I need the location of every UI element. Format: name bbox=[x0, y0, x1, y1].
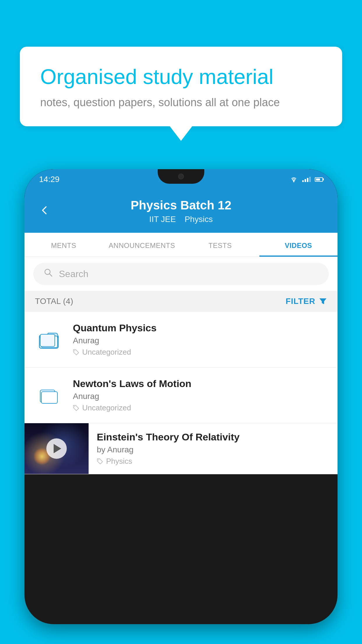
svg-point-6 bbox=[74, 350, 75, 351]
header-subtitle-row: IIT JEE Physics bbox=[50, 215, 312, 224]
app-header: Physics Batch 12 IIT JEE Physics bbox=[24, 190, 338, 233]
tab-ments[interactable]: MENTS bbox=[24, 233, 103, 257]
status-time: 14:29 bbox=[39, 175, 59, 184]
tag-text: Uncategorized bbox=[82, 403, 131, 412]
content-area: Quantum Physics Anurag Uncategorized bbox=[24, 312, 338, 474]
filter-icon bbox=[319, 297, 327, 305]
battery-icon bbox=[315, 177, 323, 182]
total-count: TOTAL (4) bbox=[35, 297, 73, 306]
video-thumbnail-inner bbox=[24, 423, 89, 474]
tag-text: Uncategorized bbox=[82, 348, 131, 357]
search-placeholder: Search bbox=[59, 269, 88, 279]
header-center: Physics Batch 12 IIT JEE Physics bbox=[50, 198, 312, 224]
speech-bubble: Organised study material notes, question… bbox=[20, 47, 342, 126]
screen-content: Search TOTAL (4) FILTER bbox=[24, 257, 338, 624]
item-info: Newton's Laws of Motion Anurag Uncategor… bbox=[73, 378, 327, 412]
svg-line-2 bbox=[49, 274, 52, 276]
item-tag: Uncategorized bbox=[73, 348, 327, 357]
phone-outer: 14:29 bbox=[24, 169, 338, 624]
tab-tests[interactable]: TESTS bbox=[181, 233, 259, 257]
bubble-title: Organised study material bbox=[40, 64, 322, 89]
video-thumbnail bbox=[24, 423, 89, 474]
search-box[interactable]: Search bbox=[33, 263, 329, 285]
item-tag: Uncategorized bbox=[73, 403, 327, 412]
header-title: Physics Batch 12 bbox=[50, 198, 312, 212]
svg-point-10 bbox=[98, 459, 99, 460]
list-item[interactable]: Newton's Laws of Motion Anurag Uncategor… bbox=[24, 368, 338, 423]
item-author: Anurag bbox=[73, 392, 327, 401]
item-info: Quantum Physics Anurag Uncategorized bbox=[73, 322, 327, 357]
phone-notch bbox=[158, 169, 204, 184]
search-icon bbox=[44, 268, 53, 280]
play-triangle-icon bbox=[54, 444, 61, 453]
bubble-subtitle: notes, question papers, solutions all at… bbox=[40, 96, 322, 109]
tab-videos[interactable]: VIDEOS bbox=[259, 233, 338, 257]
svg-rect-5 bbox=[40, 334, 55, 346]
tag-icon bbox=[97, 458, 103, 465]
header-tag-iitjee: IIT JEE bbox=[149, 215, 176, 224]
folder-icon bbox=[38, 384, 61, 407]
item-title: Quantum Physics bbox=[73, 322, 327, 334]
filter-button[interactable]: FILTER bbox=[286, 297, 327, 306]
filter-bar: TOTAL (4) FILTER bbox=[24, 291, 338, 312]
svg-point-9 bbox=[74, 406, 75, 407]
item-author: Anurag bbox=[73, 336, 327, 345]
search-container: Search bbox=[24, 257, 338, 291]
tab-announcements[interactable]: ANNOUNCEMENTS bbox=[103, 233, 181, 257]
folder-icon bbox=[38, 328, 61, 351]
play-button[interactable] bbox=[46, 438, 67, 459]
item-icon-wrap bbox=[35, 325, 64, 354]
front-camera bbox=[178, 174, 184, 179]
list-item[interactable]: Quantum Physics Anurag Uncategorized bbox=[24, 312, 338, 368]
video-tag-text: Physics bbox=[106, 457, 132, 466]
svg-rect-8 bbox=[41, 392, 57, 403]
video-title: Einstein's Theory Of Relativity bbox=[97, 431, 329, 443]
filter-label: FILTER bbox=[286, 297, 315, 306]
header-top-row: Physics Batch 12 IIT JEE Physics bbox=[39, 198, 323, 224]
item-icon-wrap bbox=[35, 381, 64, 410]
back-button[interactable] bbox=[39, 204, 50, 218]
video-tag-row: Physics bbox=[97, 457, 329, 466]
tag-icon bbox=[73, 405, 79, 411]
tag-icon bbox=[73, 349, 79, 356]
phone-screen: 14:29 bbox=[24, 169, 338, 624]
video-info: Einstein's Theory Of Relativity by Anura… bbox=[89, 423, 338, 474]
phone-mockup: 14:29 bbox=[24, 169, 338, 624]
status-icons bbox=[289, 176, 323, 183]
signal-icon bbox=[302, 177, 311, 182]
video-author: by Anurag bbox=[97, 445, 329, 454]
tabs-bar: MENTS ANNOUNCEMENTS TESTS VIDEOS bbox=[24, 233, 338, 257]
wifi-icon bbox=[289, 176, 298, 183]
item-title: Newton's Laws of Motion bbox=[73, 378, 327, 389]
svg-point-0 bbox=[293, 181, 294, 182]
list-item-video[interactable]: Einstein's Theory Of Relativity by Anura… bbox=[24, 423, 338, 474]
header-tag-physics: Physics bbox=[184, 215, 212, 224]
